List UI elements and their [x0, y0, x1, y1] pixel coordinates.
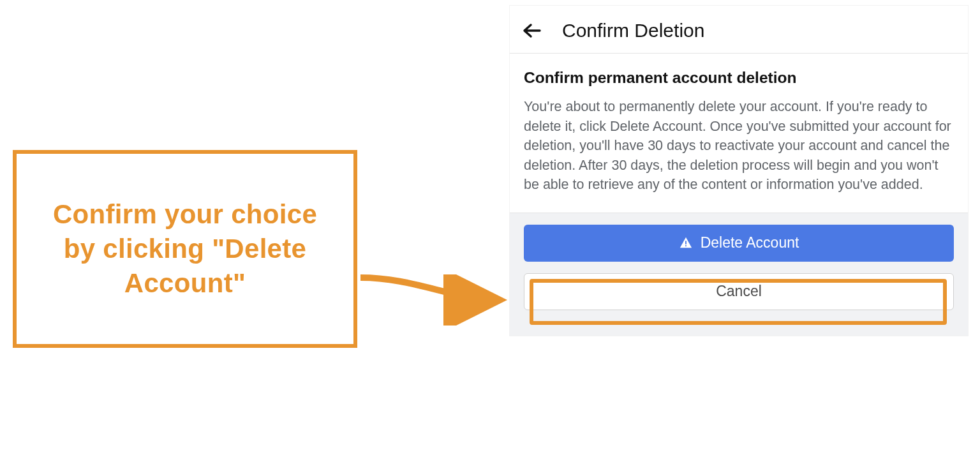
panel-header: Confirm Deletion — [510, 6, 968, 53]
panel-body: Confirm permanent account deletion You'r… — [510, 54, 968, 213]
panel-title: Confirm Deletion — [562, 20, 704, 41]
confirm-heading: Confirm permanent account deletion — [524, 69, 954, 87]
instruction-callout: Confirm your choice by clicking "Delete … — [13, 150, 357, 348]
button-area: Delete Account Cancel — [510, 213, 968, 336]
svg-rect-1 — [685, 245, 687, 246]
arrow-icon — [357, 274, 517, 326]
cancel-button[interactable]: Cancel — [524, 273, 954, 310]
confirm-body-text: You're about to permanently delete your … — [524, 97, 954, 195]
delete-account-button-label: Delete Account — [701, 234, 799, 251]
warning-icon — [679, 236, 693, 250]
delete-account-button[interactable]: Delete Account — [524, 225, 954, 262]
svg-rect-0 — [685, 241, 687, 244]
back-arrow-icon[interactable] — [523, 23, 542, 38]
cancel-button-label: Cancel — [716, 283, 762, 300]
confirm-deletion-panel: Confirm Deletion Confirm permanent accou… — [509, 5, 969, 336]
instruction-callout-text: Confirm your choice by clicking "Delete … — [36, 197, 334, 300]
stage: Confirm your choice by clicking "Delete … — [0, 0, 980, 464]
